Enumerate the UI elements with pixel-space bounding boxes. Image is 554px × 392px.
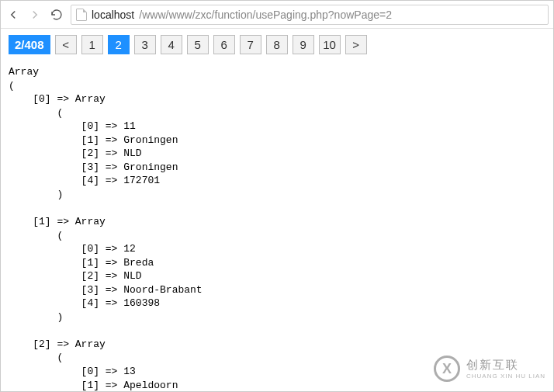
forward-button[interactable] — [27, 7, 43, 23]
prev-page-button[interactable]: < — [55, 35, 77, 54]
watermark-text: 创新互联 CHUANG XIN HU LIAN — [466, 358, 545, 380]
page-button-4[interactable]: 4 — [161, 35, 182, 54]
page-button-10[interactable]: 10 — [319, 35, 341, 54]
watermark: X 创新互联 CHUANG XIN HU LIAN — [434, 356, 545, 382]
page-button-8[interactable]: 8 — [266, 35, 288, 54]
watermark-logo-icon: X — [434, 356, 460, 382]
pagination: 2/408 < 12345678910 > — [9, 35, 545, 54]
watermark-en: CHUANG XIN HU LIAN — [466, 373, 545, 380]
url-host: localhost — [92, 9, 134, 21]
page-button-9[interactable]: 9 — [293, 35, 314, 54]
browser-toolbar: localhost/www/www/zxc/function/usePaging… — [1, 1, 553, 29]
reload-button[interactable] — [49, 7, 64, 23]
page-button-3[interactable]: 3 — [134, 35, 156, 54]
page-button-6[interactable]: 6 — [213, 35, 235, 54]
address-bar[interactable]: localhost/www/www/zxc/function/usePaging… — [71, 5, 549, 25]
url-path: /www/www/zxc/function/usePaging.php?nowP… — [139, 9, 392, 21]
next-page-button[interactable]: > — [345, 35, 367, 54]
page-icon — [76, 9, 87, 21]
array-dump: Array ( [0] => Array ( [0] => 11 [1] => … — [9, 65, 545, 392]
page-button-5[interactable]: 5 — [187, 35, 209, 54]
page-content: 2/408 < 12345678910 > Array ( [0] => Arr… — [1, 29, 553, 392]
back-button[interactable] — [5, 7, 21, 23]
page-indicator: 2/408 — [9, 35, 50, 54]
page-button-2[interactable]: 2 — [108, 35, 130, 54]
watermark-cn: 创新互联 — [466, 358, 545, 373]
page-button-1[interactable]: 1 — [81, 35, 103, 54]
page-button-7[interactable]: 7 — [240, 35, 261, 54]
